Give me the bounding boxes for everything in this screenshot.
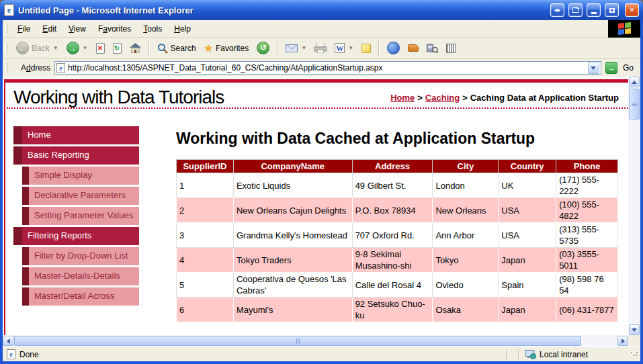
sidebar-item-home[interactable]: Home (13, 126, 139, 144)
forward-icon: → (67, 42, 79, 54)
toolbar-grip[interactable] (5, 24, 7, 34)
minimize-button[interactable] (587, 3, 601, 17)
vertical-scroll-thumb[interactable] (629, 89, 640, 120)
chevron-up-icon (632, 81, 637, 84)
col-companyname: CompanyName (233, 160, 352, 173)
status-text: Done (19, 350, 39, 359)
window-title: Untitled Page - Microsoft Internet Explo… (18, 5, 546, 15)
status-separator (506, 349, 507, 360)
resize-grip[interactable] (631, 352, 639, 360)
toolbar-grip-2[interactable] (5, 43, 7, 54)
messenger-button[interactable] (384, 40, 403, 56)
address-label: Address (21, 63, 50, 73)
edit-with-word-button[interactable]: W ▼ (331, 41, 357, 55)
scroll-right-button[interactable] (617, 336, 628, 346)
menu-favorites[interactable]: Favorites (92, 21, 137, 37)
address-input[interactable]: e http://localhost:1305/ASPNET_Data_Tuto… (54, 61, 601, 75)
ie-page-icon-small: e (56, 63, 65, 73)
horizontal-scroll-thumb[interactable] (14, 336, 581, 346)
close-button[interactable]: ✕ (625, 3, 639, 17)
menu-file[interactable]: File (11, 21, 36, 37)
table-row: 6Mayumi's92 Setsuko Chuo-kuOsakaJapan(06… (177, 298, 618, 322)
mail-dropdown-icon[interactable]: ▼ (301, 45, 306, 51)
nav-strip (13, 146, 22, 165)
breadcrumb-home-link[interactable]: Home (390, 93, 415, 103)
search-button[interactable]: Search (154, 41, 200, 56)
local-intranet-icon (525, 350, 536, 359)
favorites-button[interactable]: ★ Favorites (201, 40, 253, 56)
chevron-left-icon (7, 338, 10, 344)
toolbar-separator (277, 41, 278, 56)
refresh-icon: ↻ (113, 43, 122, 54)
menu-bar: File Edit View Favorites Tools Help (3, 20, 640, 38)
research-button[interactable] (404, 42, 422, 54)
find-button[interactable] (423, 41, 441, 55)
messenger-icon (387, 42, 400, 54)
mail-icon (286, 44, 298, 52)
go-label[interactable]: Go (623, 63, 634, 73)
menu-help[interactable]: Help (168, 21, 197, 37)
back-dropdown-icon[interactable]: ▼ (53, 45, 58, 51)
back-button[interactable]: ← Back ▼ (13, 40, 62, 56)
edit-dropdown-icon[interactable]: ▼ (348, 45, 353, 51)
menu-tools[interactable]: Tools (137, 21, 168, 37)
menu-view[interactable]: View (62, 21, 92, 37)
print-icon (314, 44, 327, 53)
sidebar-item-label: Master-Details-Details (34, 271, 120, 281)
stop-icon: ✕ (96, 43, 105, 54)
sidebar-item-declarative-parameters[interactable]: Declarative Parameters (22, 187, 139, 205)
ie-page-icon: e (4, 4, 14, 16)
menu-edit[interactable]: Edit (36, 21, 62, 37)
restore-left-right-button[interactable]: ◂▸ (550, 3, 564, 17)
home-button[interactable] (126, 41, 144, 55)
popout-button[interactable] (568, 3, 583, 17)
chevron-down-icon (591, 66, 596, 70)
sidebar-item-label: Filter by Drop-Down List (34, 251, 128, 261)
scroll-up-button[interactable] (629, 77, 640, 87)
toolbar-grip-3[interactable] (5, 62, 7, 73)
print-button[interactable] (311, 42, 330, 55)
address-dropdown-button[interactable] (588, 62, 599, 74)
scroll-left-button[interactable] (3, 336, 13, 346)
address-url: http://localhost:1305/ASPNET_Data_Tutori… (68, 63, 585, 73)
status-message-pane: e Done (3, 349, 501, 359)
back-icon: ← (16, 42, 29, 54)
sidebar-nav: Home Basic Reporting Simple Display Decl… (13, 126, 139, 308)
site-title: Working with Data Tutorials (13, 87, 224, 108)
col-city: City (433, 160, 499, 173)
sidebar-item-master-detail-across[interactable]: Master/Detail Across (22, 287, 139, 306)
vertical-scrollbar[interactable] (628, 77, 640, 335)
table-row: 5Cooperativa de Quesos 'Las Cabras'Calle… (177, 273, 618, 298)
sidebar-item-basic-reporting[interactable]: Basic Reporting (13, 146, 139, 165)
breadcrumb-current: Caching Data at Application Startup (470, 93, 619, 103)
encoding-button[interactable] (443, 42, 459, 55)
browser-window: e Untitled Page - Microsoft Internet Exp… (0, 0, 643, 364)
discuss-button[interactable] (358, 42, 374, 55)
go-button[interactable]: → (605, 62, 617, 74)
mail-button[interactable]: ▼ (282, 42, 310, 54)
breadcrumb-caching-link[interactable]: Caching (425, 93, 460, 103)
sidebar-item-simple-display[interactable]: Simple Display (22, 167, 139, 185)
history-icon: ↺ (257, 42, 269, 54)
table-row: 4Tokyo Traders9-8 Sekimai Musashino-shiT… (177, 248, 618, 273)
col-supplierid: SupplierID (177, 160, 234, 173)
horizontal-scrollbar[interactable] (3, 335, 628, 347)
breadcrumb: Home>Caching>Caching Data at Application… (390, 93, 619, 103)
zone-label: Local intranet (540, 350, 588, 359)
history-button[interactable]: ↺ (253, 40, 273, 56)
sidebar-item-master-details-details[interactable]: Master-Details-Details (22, 267, 139, 285)
sidebar-item-filtering-reports[interactable]: Filtering Reports (13, 227, 139, 245)
chevron-right-icon (621, 338, 625, 344)
address-bar: Address e http://localhost:1305/ASPNET_D… (3, 59, 640, 77)
sidebar-item-setting-parameter-values[interactable]: Setting Parameter Values (22, 207, 139, 225)
favorites-label: Favorites (216, 44, 249, 53)
forward-button[interactable]: → ▼ (63, 40, 91, 56)
sidebar-item-label: Master/Detail Across (34, 291, 114, 301)
scroll-down-button[interactable] (629, 324, 640, 335)
refresh-button[interactable]: ↻ (110, 41, 125, 56)
forward-dropdown-icon[interactable]: ▼ (83, 45, 88, 51)
stop-button[interactable]: ✕ (93, 41, 108, 56)
sidebar-item-filter-by-dropdown-list[interactable]: Filter by Drop-Down List (22, 247, 139, 265)
maximize-button[interactable] (605, 3, 619, 17)
col-address: Address (352, 160, 433, 173)
